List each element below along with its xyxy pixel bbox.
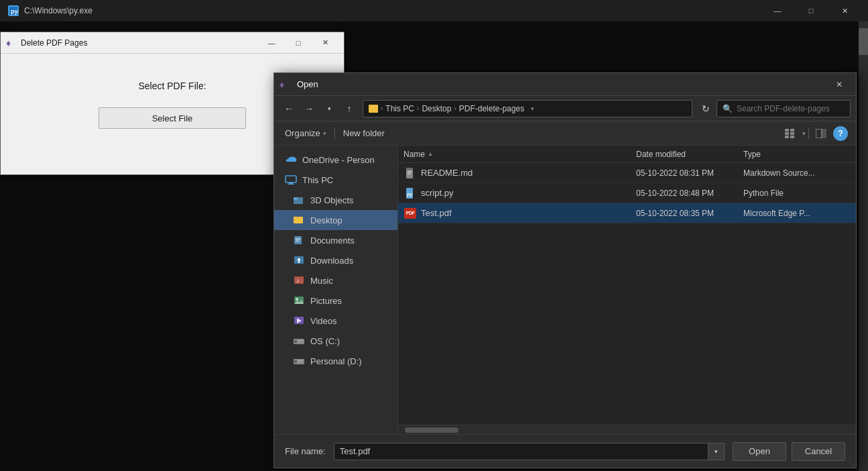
pictures-icon <box>293 295 305 306</box>
sidebar-item-ddrive[interactable]: Personal (D:) <box>274 351 397 371</box>
svg-text:py: py <box>407 192 412 197</box>
terminal-minimize-button[interactable]: — <box>762 0 793 21</box>
music-icon: ♪ <box>293 275 305 286</box>
filename-input-wrapper: ▾ <box>334 443 725 460</box>
file-name-readme: README.md <box>421 168 636 178</box>
desktop-icon <box>293 215 305 225</box>
thispc-icon <box>285 174 297 185</box>
breadcrumb-desktop[interactable]: Desktop <box>422 104 451 113</box>
sidebar-item-videos[interactable]: Videos <box>274 311 397 331</box>
app-titlebar: ♦ Delete PDF Pages — □ ✕ <box>1 32 344 54</box>
svg-rect-21 <box>296 241 299 242</box>
sidebar-item-downloads[interactable]: Downloads <box>274 250 397 270</box>
dialog-close-button[interactable]: ✕ <box>828 74 851 95</box>
organize-chevron-icon: ▾ <box>323 130 326 137</box>
view-dropdown-icon: ▾ <box>802 130 806 137</box>
svg-rect-11 <box>286 176 296 182</box>
svg-rect-40 <box>406 168 413 170</box>
dialog-file-area: Name ▲ Date modified Type <box>398 146 856 434</box>
onedrive-icon <box>285 154 297 165</box>
sidebar-label-downloads: Downloads <box>310 256 353 266</box>
column-type[interactable]: Type <box>743 150 851 159</box>
search-input[interactable] <box>737 104 845 113</box>
terminal-close-button[interactable]: ✕ <box>829 0 860 21</box>
file-date-readme: 05-10-2022 08:31 PM <box>636 168 743 178</box>
filename-dropdown-button[interactable]: ▾ <box>708 443 725 460</box>
sidebar-item-music[interactable]: ♪ Music <box>274 270 397 291</box>
terminal-maximize-button[interactable]: □ <box>796 0 826 21</box>
view-options-button[interactable] <box>781 124 800 143</box>
file-row[interactable]: PDF Test.pdf 05-10-2022 08:35 PM Microso… <box>398 203 856 223</box>
svg-rect-7 <box>790 132 794 135</box>
new-folder-button[interactable]: New folder <box>340 127 387 140</box>
breadcrumb-folder-icon <box>369 105 378 113</box>
dialog-bottom: File name: ▾ Open Cancel <box>274 434 856 468</box>
organize-button[interactable]: Organize ▾ <box>282 127 329 140</box>
command-bar-right: ▾ ? <box>781 124 848 143</box>
search-box[interactable]: 🔍 <box>717 100 851 117</box>
file-scrollbar-thumb <box>405 427 458 433</box>
sidebar-item-3dobjects[interactable]: 3D Objects <box>274 190 397 210</box>
recent-locations-button[interactable]: ▾ <box>320 99 338 118</box>
cdrive-icon <box>293 335 305 346</box>
3dobjects-icon <box>293 195 305 205</box>
svg-rect-37 <box>298 360 303 361</box>
documents-icon <box>293 235 305 246</box>
organize-label: Organize <box>285 128 320 138</box>
resize-handle[interactable]: ⋱ <box>847 458 856 468</box>
svg-rect-41 <box>408 171 412 172</box>
file-date-script: 05-10-2022 08:48 PM <box>636 189 743 198</box>
breadcrumb-current[interactable]: PDF-delete-pages <box>459 104 524 113</box>
svg-text:py: py <box>11 8 17 15</box>
sidebar-label-ddrive: Personal (D:) <box>310 356 362 366</box>
column-date[interactable]: Date modified <box>636 150 743 159</box>
forward-button[interactable]: → <box>300 99 318 118</box>
terminal-scrollbar-thumb <box>859 28 868 55</box>
app-close-button[interactable]: ✕ <box>312 34 338 52</box>
cancel-button[interactable]: Cancel <box>792 442 845 461</box>
app-maximize-button[interactable]: □ <box>285 34 312 52</box>
videos-icon <box>293 315 305 326</box>
dialog-toolbar: ← → ▾ ↑ › This PC › Desktop › PDF-delete… <box>274 96 856 121</box>
column-name[interactable]: Name ▲ <box>404 150 636 159</box>
sidebar-label-music: Music <box>310 276 333 286</box>
svg-rect-19 <box>296 238 300 239</box>
terminal-scrollbar[interactable] <box>859 21 868 471</box>
sidebar-item-cdrive[interactable]: OS (C:) <box>274 331 397 351</box>
preview-pane-button[interactable] <box>812 124 830 143</box>
file-row[interactable]: py script.py 05-10-2022 08:48 PM Python … <box>398 183 856 203</box>
file-horizontal-scrollbar[interactable] <box>398 425 856 434</box>
sidebar-label-documents: Documents <box>310 235 355 246</box>
sidebar-item-desktop[interactable]: Desktop <box>274 210 397 230</box>
sidebar-item-thispc[interactable]: This PC <box>274 170 397 190</box>
svg-rect-9 <box>816 129 822 138</box>
dialog-action-buttons: Open Cancel <box>733 442 845 461</box>
svg-rect-38 <box>298 362 301 362</box>
app-minimize-button[interactable]: — <box>258 34 285 52</box>
terminal-controls: — □ ✕ <box>762 0 860 21</box>
search-icon: 🔍 <box>723 104 733 113</box>
file-name-pdf: Test.pdf <box>421 208 636 218</box>
refresh-button[interactable]: ↻ <box>696 99 715 118</box>
terminal-icon: py <box>8 5 19 16</box>
column-name-label: Name <box>404 150 425 159</box>
file-list: README.md 05-10-2022 08:31 PM Markdown S… <box>398 163 856 425</box>
file-list-header: Name ▲ Date modified Type <box>398 146 856 163</box>
select-file-button[interactable]: Select File <box>99 107 246 129</box>
back-button[interactable]: ← <box>280 99 298 118</box>
app-controls: — □ ✕ <box>258 34 338 52</box>
help-button[interactable]: ? <box>833 126 848 141</box>
file-row[interactable]: README.md 05-10-2022 08:31 PM Markdown S… <box>398 163 856 183</box>
open-button[interactable]: Open <box>733 442 786 461</box>
breadcrumb-this-pc[interactable]: This PC <box>385 104 414 113</box>
filename-input[interactable] <box>334 443 708 460</box>
file-type-script: Python File <box>743 189 851 198</box>
sidebar-item-documents[interactable]: Documents <box>274 230 397 250</box>
pdf-icon: PDF <box>404 207 417 220</box>
breadcrumb-dropdown-button[interactable]: ▾ <box>527 100 538 117</box>
sidebar-item-pictures[interactable]: Pictures <box>274 291 397 311</box>
command-bar: Organize ▾ New folder ▾ <box>274 121 856 146</box>
up-button[interactable]: ↑ <box>340 99 359 118</box>
svg-rect-17 <box>294 217 298 219</box>
sidebar-item-onedrive[interactable]: OneDrive - Person <box>274 150 397 170</box>
